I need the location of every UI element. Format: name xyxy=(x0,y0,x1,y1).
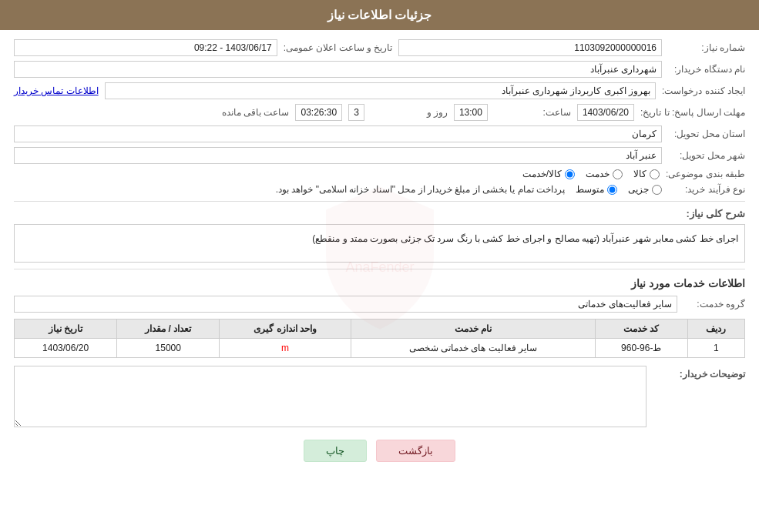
general-desc-row: شرح کلی نیاز: xyxy=(14,208,745,219)
province-label: استان محل تحویل: xyxy=(668,129,745,139)
service-group-value: سایر فعالیت‌های خدماتی xyxy=(14,296,677,313)
col-name: نام خدمت xyxy=(351,320,595,339)
category-label-3: کالا/خدمت xyxy=(522,169,562,179)
page-header: جزئیات اطلاعات نیاز xyxy=(0,0,759,30)
remaining-label: ساعت باقی مانده xyxy=(222,107,290,118)
services-table: ردیف کد خدمت نام خدمت واحد اندازه گیری ت… xyxy=(14,319,745,358)
deadline-time-label: ساعت: xyxy=(494,107,571,118)
service-group-row: گروه خدمت: سایر فعالیت‌های خدماتی xyxy=(14,296,745,313)
contact-info-link[interactable]: اطلاعات تماس خریدار xyxy=(14,85,99,96)
table-header-row: ردیف کد خدمت نام خدمت واحد اندازه گیری ت… xyxy=(15,320,745,339)
purchase-type-option-2[interactable]: متوسط xyxy=(576,184,617,195)
category-radio-group: کالا خدمت کالا/خدمت xyxy=(14,169,660,179)
province-value: کرمان xyxy=(14,125,662,142)
services-info-title: اطلاعات خدمات مورد نیاز xyxy=(14,277,745,289)
page-title: جزئیات اطلاعات نیاز xyxy=(327,8,432,22)
back-button[interactable]: بازگشت xyxy=(376,440,455,462)
cell-code: ط-96-960 xyxy=(595,339,687,358)
remaining-time: 03:26:30 xyxy=(295,104,342,121)
category-label-2: خدمت xyxy=(586,169,610,179)
deadline-label: مهلت ارسال پاسخ: تا تاریخ: xyxy=(640,107,745,118)
purchase-type-option-1[interactable]: جزیی xyxy=(628,184,662,195)
deadline-date: 1403/06/20 xyxy=(577,104,634,121)
action-buttons: بازگشت چاپ xyxy=(14,440,745,462)
category-label: طبقه بندی موضوعی: xyxy=(666,169,745,179)
request-number-value: 1103092000000016 xyxy=(398,39,662,56)
request-number-row: شماره نیاز: 1103092000000016 تاریخ و ساع… xyxy=(14,39,745,56)
buyer-notes-input[interactable] xyxy=(14,366,646,427)
creator-row: ایجاد کننده درخواست: بهروز اکبری کاربردا… xyxy=(14,82,745,99)
category-row: طبقه بندی موضوعی: کالا خدمت کالا/خدمت xyxy=(14,169,745,179)
purchase-type-label-2: متوسط xyxy=(576,184,604,195)
category-option-3[interactable]: کالا/خدمت xyxy=(522,169,575,179)
cell-name: سایر فعالیت های خدماتی شخصی xyxy=(351,339,595,358)
table-row: 1 ط-96-960 سایر فعالیت های خدماتی شخصی m… xyxy=(15,339,745,358)
deadline-days: 3 xyxy=(348,104,364,121)
cell-quantity: 15000 xyxy=(117,339,220,358)
purchase-type-note: پرداخت تمام یا بخشی از مبلغ خریدار از مح… xyxy=(276,184,565,195)
col-quantity: تعداد / مقدار xyxy=(117,320,220,339)
buyer-org-row: نام دستگاه خریدار: شهرداری عنبرآباد xyxy=(14,61,745,78)
creator-value: بهروز اکبری کاربرداز شهرداری عنبرآباد xyxy=(105,82,656,99)
category-option-2[interactable]: خدمت xyxy=(586,169,623,179)
general-desc-label: شرح کلی نیاز: xyxy=(668,208,745,219)
category-label-1: کالا xyxy=(633,169,646,179)
buyer-org-label: نام دستگاه خریدار: xyxy=(668,64,745,75)
request-number-label: شماره نیاز: xyxy=(668,42,745,53)
purchase-type-label: نوع فرآیند خرید: xyxy=(668,184,745,195)
purchase-type-label-1: جزیی xyxy=(628,184,649,195)
deadline-row: مهلت ارسال پاسخ: تا تاریخ: 1403/06/20 سا… xyxy=(14,104,745,121)
col-row-num: ردیف xyxy=(687,320,744,339)
city-label: شهر محل تحویل: xyxy=(668,150,745,161)
cell-date: 1403/06/20 xyxy=(15,339,117,358)
province-row: استان محل تحویل: کرمان xyxy=(14,125,745,142)
city-value: عنبر آباد xyxy=(14,147,662,164)
announce-date-value: 1403/06/17 - 09:22 xyxy=(14,39,277,56)
category-option-1[interactable]: کالا xyxy=(633,169,660,179)
announce-date-label: تاریخ و ساعت اعلان عمومی: xyxy=(284,42,393,53)
buyer-notes-label: توضیحات خریدار: xyxy=(653,366,745,380)
purchase-type-row: نوع فرآیند خرید: جزیی متوسط پرداخت تمام … xyxy=(14,184,745,195)
deadline-days-label: روز و xyxy=(371,107,448,118)
print-button[interactable]: چاپ xyxy=(304,440,367,462)
col-unit: واحد اندازه گیری xyxy=(220,320,351,339)
service-group-label: گروه خدمت: xyxy=(683,299,745,309)
purchase-type-radio-group: جزیی متوسط پرداخت تمام یا بخشی از مبلغ خ… xyxy=(14,184,662,195)
general-desc-value: اجرای خط کشی معابر شهر عنبرآباد (تهیه مص… xyxy=(14,224,745,263)
buyer-notes-row: توضیحات خریدار: xyxy=(14,366,745,427)
cell-row-num: 1 xyxy=(687,339,744,358)
col-code: کد خدمت xyxy=(595,320,687,339)
deadline-time: 13:00 xyxy=(454,104,488,121)
cell-unit: m xyxy=(220,339,351,358)
city-row: شهر محل تحویل: عنبر آباد xyxy=(14,147,745,164)
buyer-org-value: شهرداری عنبرآباد xyxy=(14,61,662,78)
creator-label: ایجاد کننده درخواست: xyxy=(662,85,745,96)
col-date: تاریخ نیاز xyxy=(15,320,117,339)
